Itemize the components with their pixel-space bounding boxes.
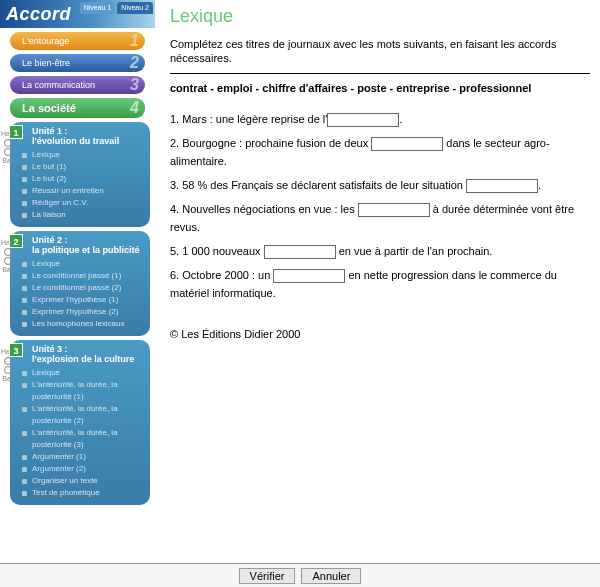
unit-item[interactable]: Réussir un entretien <box>16 185 144 197</box>
unit-block: HautBas2Unité 2 :la politique et la publ… <box>10 231 150 336</box>
question-text-pre: 2. Bourgogne : prochaine fusion de deux <box>170 137 371 149</box>
question-text-post: en vue à partir de l'an prochain. <box>336 245 493 257</box>
question-line: 2. Bourgogne : prochaine fusion de deux … <box>170 134 590 170</box>
question-text-post: . <box>538 179 541 191</box>
sidebar: Accord Niveau 1 Niveau 2 L'entourage 1 L… <box>0 0 155 500</box>
bas-label: Bas <box>1 375 16 383</box>
unit-items: LexiqueLe but (1)Le but (2)Réussir un en… <box>16 149 144 221</box>
footer-bar: Vérifier Annuler <box>0 563 600 587</box>
bas-label: Bas <box>1 266 16 274</box>
verify-button[interactable]: Vérifier <box>239 568 296 584</box>
unit-item[interactable]: Rédiger un C.V. <box>16 197 144 209</box>
unit-item[interactable]: Le conditionnel passé (1) <box>16 270 144 282</box>
unit-item[interactable]: Argumenter (2) <box>16 463 144 475</box>
unit-title: Unité 2 :la politique et la publicité <box>32 235 144 255</box>
unit-badge: 3 <box>9 343 23 357</box>
level-tabs: Niveau 1 Niveau 2 <box>80 2 153 14</box>
unit-item[interactable]: L'antériorité, la durée, la postériorité… <box>16 403 144 427</box>
unit-item[interactable]: La liaison <box>16 209 144 221</box>
word-list: contrat - emploi - chiffre d'affaires - … <box>170 82 590 94</box>
instructions: Complétez ces titres de journaux avec le… <box>170 37 590 65</box>
answer-input[interactable] <box>358 203 430 217</box>
unit-item[interactable]: Exprimer l'hypothèse (2) <box>16 306 144 318</box>
main-content: Lexique Complétez ces titres de journaux… <box>170 6 590 340</box>
unit-item[interactable]: Lexique <box>16 367 144 379</box>
unit-badge: 2 <box>9 234 23 248</box>
question-text-pre: 3. 58 % des Français se déclarent satisf… <box>170 179 466 191</box>
unit-item[interactable]: Les homophones lexicaux <box>16 318 144 330</box>
question-text-pre: 1. Mars : une légère reprise de l' <box>170 113 327 125</box>
question-text-pre: 6. Octobre 2000 : un <box>170 269 273 281</box>
up-icon[interactable] <box>4 248 12 256</box>
nav-tab-bienetre[interactable]: Le bien-être 2 <box>10 54 145 72</box>
unit-item[interactable]: L'antériorité, la durée, la postériorité… <box>16 427 144 451</box>
nav-tabs: L'entourage 1 Le bien-être 2 La communic… <box>0 28 155 118</box>
unit-item[interactable]: Le conditionnel passé (2) <box>16 282 144 294</box>
unit-item[interactable]: Lexique <box>16 258 144 270</box>
down-icon[interactable] <box>4 257 12 265</box>
brand-banner: Accord Niveau 1 Niveau 2 <box>0 0 155 28</box>
cancel-button[interactable]: Annuler <box>301 568 361 584</box>
page-title: Lexique <box>170 6 590 27</box>
nav-tab-communication[interactable]: La communication 3 <box>10 76 145 94</box>
up-icon[interactable] <box>4 357 12 365</box>
unit-title: Unité 3 :l'explosion de la culture <box>32 344 144 364</box>
unit-items: LexiqueLe conditionnel passé (1)Le condi… <box>16 258 144 330</box>
down-icon[interactable] <box>4 148 12 156</box>
unit-block: HautBas1Unité 1 :l'évolution du travailL… <box>10 122 150 227</box>
question-line: 5. 1 000 nouveaux en vue à partir de l'a… <box>170 242 590 260</box>
unit-item[interactable]: Argumenter (1) <box>16 451 144 463</box>
question-line: 1. Mars : une légère reprise de l'. <box>170 110 590 128</box>
copyright: © Les Éditions Didier 2000 <box>170 328 590 340</box>
question-line: 3. 58 % des Français se déclarent satisf… <box>170 176 590 194</box>
answer-input[interactable] <box>264 245 336 259</box>
answer-input[interactable] <box>466 179 538 193</box>
unit-item[interactable]: Organiser un texte <box>16 475 144 487</box>
unit-title: Unité 1 :l'évolution du travail <box>32 126 144 146</box>
question-text-post: . <box>399 113 402 125</box>
question-line: 4. Nouvelles négociations en vue : les à… <box>170 200 590 236</box>
bas-label: Bas <box>1 157 16 165</box>
answer-input[interactable] <box>273 269 345 283</box>
unit-item[interactable]: Le but (2) <box>16 173 144 185</box>
unit-item[interactable]: Test de phonétique <box>16 487 144 499</box>
divider <box>170 73 590 74</box>
question-line: 6. Octobre 2000 : un en nette progressio… <box>170 266 590 302</box>
question-text-pre: 4. Nouvelles négociations en vue : les <box>170 203 358 215</box>
unit-item[interactable]: L'antériorité, la durée, la postériorité… <box>16 379 144 403</box>
unit-badge: 1 <box>9 125 23 139</box>
unit-items: LexiqueL'antériorité, la durée, la posté… <box>16 367 144 499</box>
down-icon[interactable] <box>4 366 12 374</box>
brand-text: Accord <box>6 4 71 25</box>
level-tab-1[interactable]: Niveau 1 <box>80 2 116 14</box>
level-tab-2[interactable]: Niveau 2 <box>117 2 153 14</box>
unit-item[interactable]: Lexique <box>16 149 144 161</box>
unit-item[interactable]: Exprimer l'hypothèse (1) <box>16 294 144 306</box>
unit-block: HautBas3Unité 3 :l'explosion de la cultu… <box>10 340 150 505</box>
answer-input[interactable] <box>327 113 399 127</box>
nav-tab-societe[interactable]: La société 4 <box>10 98 145 118</box>
up-icon[interactable] <box>4 139 12 147</box>
unit-item[interactable]: Le but (1) <box>16 161 144 173</box>
question-text-pre: 5. 1 000 nouveaux <box>170 245 264 257</box>
nav-tab-entourage[interactable]: L'entourage 1 <box>10 32 145 50</box>
answer-input[interactable] <box>371 137 443 151</box>
